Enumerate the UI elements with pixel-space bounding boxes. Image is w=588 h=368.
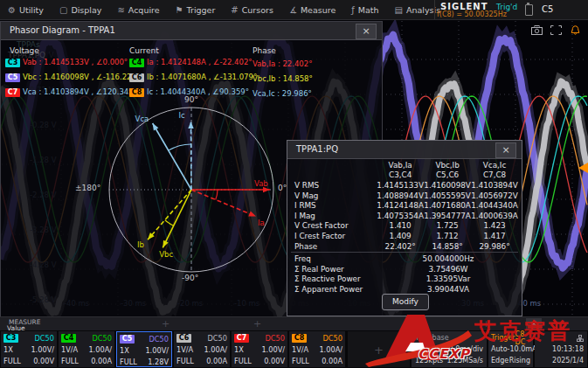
- trigger-box[interactable]: TriggerC8 DC Auto-10.0mA EdgeRising: [488, 331, 533, 367]
- pq-col-header: Vab,Ia: [377, 161, 424, 170]
- menu-utility[interactable]: ⚙Utility: [0, 0, 52, 19]
- channel-badge-c3: C3: [5, 59, 20, 67]
- coupling-c4: DC50: [93, 334, 112, 343]
- svg-text:Vbc: Vbc: [159, 250, 173, 259]
- measure-close-button[interactable]: ×: [526, 318, 542, 330]
- pq-row-reactive-power: Σ Reactive Power1.33595Var: [291, 274, 518, 285]
- channel-box-c8[interactable]: C8DC50 1V/A1.00A/ FULL0.00A: [289, 331, 345, 367]
- channel-box-c4[interactable]: C4DC50 1V/A1.00A/ FULL0.00A: [59, 331, 114, 367]
- phasor-window-title: Phasor Diagram - TPPA1: [10, 25, 115, 35]
- menu-acquire[interactable]: ≋Acquire: [109, 0, 167, 19]
- coupling-c3: DC50: [35, 334, 54, 343]
- pq-header-row: Vab,IaVbc,IbVca,Ic: [291, 160, 518, 170]
- voltage-vbc-value: Vbc : 1.4160098V , ∠-116.220°: [23, 73, 140, 81]
- grid-cross: +: [162, 318, 169, 330]
- pq-row-vmag: V Mag1.4088944V1.4055595V1.4056972V: [291, 191, 518, 201]
- pq-col-header: Vbc,Ib: [424, 161, 471, 170]
- pq-dialog-title: TPPA1:PQ: [296, 144, 338, 154]
- pq-row-real-power: Σ Real Power3.75496W: [291, 264, 518, 274]
- channel-label-c7: C7: [234, 334, 249, 343]
- svg-text:Vca: Vca: [135, 115, 149, 123]
- battery-icon: [525, 4, 533, 16]
- clock-date: 2025/1/4: [552, 357, 584, 365]
- trigger-level: -10.0mA: [508, 345, 537, 353]
- trigger-label: Trigger: [491, 334, 515, 342]
- menu-utility-label: Utility: [19, 5, 44, 15]
- menu-math-label: Math: [358, 5, 379, 15]
- phase-row-vbc-ib: Vbc,Ib : 14.858°: [252, 74, 313, 83]
- svg-text:Vab: Vab: [254, 179, 268, 188]
- function-icon: ƒ: [351, 5, 355, 15]
- oscilloscope-screen: ⚙Utility ▢Display ≋Acquire ⚑Trigger #Cur…: [0, 0, 588, 368]
- menu-measure-label: Measure: [301, 5, 336, 15]
- camera-icon[interactable]: [531, 25, 543, 35]
- grid-cross: +: [482, 318, 490, 330]
- phase-row-vab-ia: Vab,Ia : 22.402°: [252, 59, 312, 68]
- channel-label-c3: C3: [3, 334, 18, 343]
- menu-cursors[interactable]: #Cursors: [223, 0, 281, 19]
- channel-box-c6[interactable]: C6DC50 1V/A1.00A/ FULL0.00A: [174, 331, 230, 367]
- flag-icon: ⚑: [176, 5, 183, 15]
- pq-dialog: TPPA1:PQ × Vab,IaVbc,IbVca,Ic C3,C4C5,C6…: [287, 140, 522, 316]
- phase-vab-ia-value: Vab,Ia : 22.402°: [252, 59, 312, 68]
- phasor-axis-90: 90°: [184, 95, 198, 104]
- channel-box-c3[interactable]: C3DC50 1X1.00V/ FULL0.00V: [1, 331, 57, 367]
- menu-display-label: Display: [71, 5, 101, 15]
- angle-icon: ∡: [289, 5, 297, 15]
- pq-close-button[interactable]: ×: [495, 142, 516, 158]
- coupling-c8: DC50: [323, 334, 342, 343]
- current-header: Current: [129, 46, 159, 55]
- active-channel-label[interactable]: C5: [542, 4, 553, 14]
- phasor-close-button[interactable]: ×: [356, 24, 377, 39]
- menu-trigger-label: Trigger: [187, 5, 216, 15]
- menu-measure[interactable]: ∡Measure: [281, 0, 343, 19]
- brand-cluster: SIGLENT Trig'd f(C8) = 50.00325Hz C5: [434, 0, 588, 19]
- gear-icon: ⚙: [8, 5, 16, 15]
- channel-label-c6: C6: [176, 334, 191, 343]
- current-ia-value: Ia : 1.4124148A , ∠-22.402°: [147, 58, 252, 66]
- measure-bar: MEASURE Value + + + ×: [0, 316, 588, 331]
- pq-col-channels: C5,C6: [424, 170, 471, 179]
- channel-badge-c4: C4: [129, 59, 144, 67]
- pq-separator: [291, 252, 518, 253]
- phase-vbc-ib-value: Vbc,Ib : 14.858°: [252, 74, 313, 83]
- pq-col-channels: C7,C8: [471, 170, 518, 179]
- timebase-box[interactable]: Timebase 10.0ms/div 125kpts1.25MSa/s: [412, 331, 487, 367]
- phasor-axis-180: ±180°: [75, 184, 100, 192]
- phasor-axis-minus90: -90°: [182, 274, 198, 282]
- menu-math[interactable]: ƒMath: [343, 0, 386, 19]
- menu-cursors-label: Cursors: [242, 5, 273, 15]
- pq-row-vrms: V RMS1.4145133V1.4160098V1.4103894V: [291, 180, 518, 191]
- svg-text:Ib: Ib: [137, 240, 144, 249]
- add-icon: +: [374, 344, 384, 357]
- pq-dialog-titlebar[interactable]: TPPA1:PQ ×: [287, 141, 522, 159]
- fullscreen-icon[interactable]: [550, 25, 562, 35]
- svg-text:Ic: Ic: [179, 111, 186, 120]
- bell-icon[interactable]: [570, 25, 581, 35]
- current-row-ia: C4Ia : 1.4124148A , ∠-22.402°: [129, 58, 252, 67]
- timebase-points: 125kpts: [415, 357, 443, 365]
- current-row-ib: C6Ib : 1.4071680A , ∠-131.079°: [129, 73, 257, 82]
- chart-icon: ▤: [395, 5, 403, 15]
- current-ib-value: Ib : 1.4071680A , ∠-131.079°: [147, 73, 257, 81]
- pq-row-irms: I RMS1.4124148A1.4071680A1.4044340A: [291, 200, 518, 211]
- pq-row-vcrest: V Crest Factor1.4101.7251.423: [291, 221, 518, 232]
- channel-strip: C3DC50 1X1.00V/ FULL0.00V C4DC50 1V/A1.0…: [0, 330, 588, 368]
- acquire-icon: ≋: [117, 5, 124, 15]
- channel-box-c7[interactable]: C7DC50 1X1.00V/ FULL0.00V: [232, 331, 287, 367]
- modify-button[interactable]: Modify: [382, 294, 429, 310]
- voltage-row-vab: C3Vab : 1.4145133V , ∠0.000°: [5, 58, 128, 67]
- svg-text:Ia: Ia: [258, 219, 265, 227]
- empty-channel-slot[interactable]: +: [348, 331, 410, 367]
- coupling-c5: DC50: [149, 335, 169, 344]
- channel-label-c8: C8: [292, 334, 307, 343]
- phase-header: Phase: [252, 46, 276, 55]
- pq-channel-row: C3,C4C5,C6C7,C8: [291, 170, 518, 181]
- menu-trigger[interactable]: ⚑Trigger: [168, 0, 224, 19]
- channel-box-c5[interactable]: C5DC50 1X1.00V/ FULL1.28V: [116, 331, 172, 367]
- phasor-window-titlebar[interactable]: Phasor Diagram - TPPA1 ×: [1, 22, 382, 40]
- menu-display[interactable]: ▢Display: [52, 0, 109, 19]
- trigger-slope: Rising: [509, 357, 530, 365]
- trigger-source: C8 DC: [515, 330, 530, 346]
- trigger-type: Edge: [491, 357, 508, 365]
